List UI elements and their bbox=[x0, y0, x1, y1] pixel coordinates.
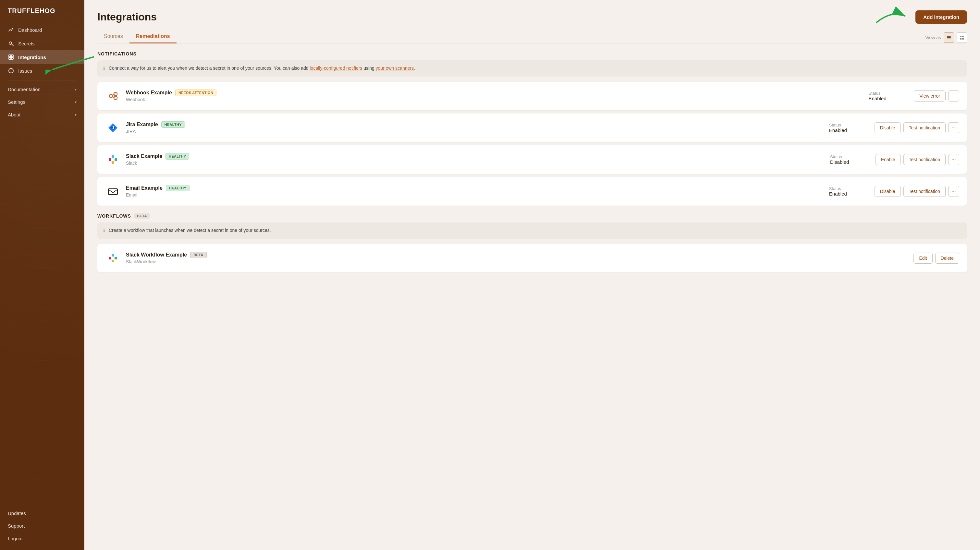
svg-rect-15 bbox=[962, 38, 964, 40]
sidebar-item-documentation[interactable]: Documentation ▾ bbox=[0, 83, 84, 96]
jira-status: Status Enabled bbox=[829, 123, 862, 133]
webhook-more-button[interactable]: ··· bbox=[948, 90, 959, 101]
tabs-divider bbox=[97, 43, 967, 43]
view-controls: View as bbox=[925, 32, 967, 43]
jira-disable-button[interactable]: Disable bbox=[875, 122, 901, 133]
sidebar-item-label: Secrets bbox=[18, 41, 35, 46]
slack-workflow-name: Slack Workflow Example bbox=[126, 252, 187, 258]
slack-workflow-actions: Edit Delete bbox=[913, 253, 959, 264]
slack-workflow-icon bbox=[105, 250, 121, 266]
slack-card: Slack Example HEALTHY Slack Status Disab… bbox=[97, 145, 967, 174]
svg-rect-11 bbox=[947, 39, 951, 39]
notifications-section-header: NOTIFICATIONS bbox=[97, 51, 967, 56]
sidebar-item-dashboard[interactable]: Dashboard bbox=[0, 23, 84, 36]
list-icon bbox=[946, 35, 951, 40]
sidebar-item-label: Dashboard bbox=[18, 27, 42, 33]
email-info: Email Example HEALTHY Email bbox=[126, 185, 824, 198]
jira-status-label: Status bbox=[829, 123, 862, 127]
slack-more-button[interactable]: ··· bbox=[948, 154, 959, 165]
svg-rect-14 bbox=[960, 38, 961, 40]
workflows-beta-badge: BETA bbox=[134, 213, 150, 219]
sidebar-item-label: Settings bbox=[8, 99, 25, 105]
svg-point-1 bbox=[9, 42, 12, 44]
email-more-button[interactable]: ··· bbox=[948, 186, 959, 197]
sidebar-item-label: Integrations bbox=[18, 54, 46, 60]
notifications-info-box: ℹ Connect a way for us to alert you when… bbox=[97, 60, 967, 76]
info-icon: ℹ bbox=[103, 65, 105, 72]
slack-actions: Enable Test notification ··· bbox=[875, 154, 959, 165]
email-badge: HEALTHY bbox=[166, 185, 189, 191]
issues-icon bbox=[8, 67, 14, 74]
slack-workflow-name-row: Slack Workflow Example BETA bbox=[126, 252, 908, 258]
locally-configured-notifiers-link[interactable]: locally-configured notifiers bbox=[310, 65, 362, 71]
email-card: Email Example HEALTHY Email Status Enabl… bbox=[97, 177, 967, 206]
slack-type: Slack bbox=[126, 160, 137, 166]
svg-rect-2 bbox=[9, 55, 11, 57]
workflows-title: WORKFLOWS bbox=[97, 213, 131, 219]
svg-rect-10 bbox=[947, 37, 951, 38]
email-type: Email bbox=[126, 192, 137, 198]
email-name: Email Example bbox=[126, 185, 162, 191]
svg-rect-4 bbox=[9, 57, 11, 59]
jira-more-button[interactable]: ··· bbox=[948, 122, 959, 133]
sidebar-item-updates[interactable]: Updates bbox=[0, 507, 84, 520]
slack-workflow-badge: BETA bbox=[190, 252, 206, 258]
slack-info: Slack Example HEALTHY Slack bbox=[126, 153, 825, 166]
slack-workflow-svg bbox=[107, 252, 119, 264]
jira-info: Jira Example HEALTHY JIRA bbox=[126, 121, 824, 134]
sidebar-item-settings[interactable]: Settings ▾ bbox=[0, 96, 84, 108]
sidebar-item-support[interactable]: Support bbox=[0, 520, 84, 532]
main-content: Integrations Add integration Sources Rem… bbox=[84, 0, 980, 550]
sidebar: TRUFFLEHOG Dashboard Secrets bbox=[0, 0, 84, 550]
svg-rect-27 bbox=[111, 254, 114, 257]
page-header: Integrations Add integration bbox=[97, 10, 967, 24]
slack-enable-button[interactable]: Enable bbox=[875, 154, 901, 165]
key-icon bbox=[8, 40, 14, 47]
your-own-scanners-link[interactable]: your own scanners bbox=[376, 65, 414, 71]
delete-workflow-button[interactable]: Delete bbox=[935, 253, 959, 264]
svg-rect-9 bbox=[947, 36, 951, 36]
sidebar-item-issues[interactable]: Issues bbox=[0, 64, 84, 78]
svg-rect-22 bbox=[111, 155, 114, 158]
sidebar-item-label: Support bbox=[8, 523, 25, 529]
sidebar-item-secrets[interactable]: Secrets bbox=[0, 36, 84, 50]
jira-svg: J bbox=[107, 122, 119, 134]
email-disable-button[interactable]: Disable bbox=[875, 186, 901, 197]
tabs-row: Sources Remediations View as bbox=[97, 24, 967, 43]
email-test-button[interactable]: Test notification bbox=[904, 186, 946, 197]
svg-point-19 bbox=[114, 96, 117, 100]
svg-text:J: J bbox=[111, 125, 114, 130]
sidebar-item-integrations[interactable]: Integrations bbox=[0, 50, 84, 64]
svg-rect-12 bbox=[960, 36, 961, 37]
email-svg bbox=[107, 185, 119, 197]
grid-view-button[interactable] bbox=[957, 32, 967, 43]
grid-view-icon bbox=[959, 35, 964, 40]
slack-status: Status Disabled bbox=[830, 154, 862, 165]
arrow-annotation bbox=[873, 6, 912, 26]
grid-icon bbox=[8, 54, 14, 60]
webhook-actions: View error ··· bbox=[914, 90, 959, 101]
svg-point-17 bbox=[109, 94, 113, 98]
slack-icon bbox=[105, 152, 121, 167]
main-nav: Dashboard Secrets Integrat bbox=[0, 21, 84, 504]
slack-badge: HEALTHY bbox=[165, 153, 189, 160]
notifications-title: NOTIFICATIONS bbox=[97, 51, 137, 56]
sidebar-item-about[interactable]: About ▾ bbox=[0, 108, 84, 121]
slack-test-button[interactable]: Test notification bbox=[904, 154, 946, 165]
view-error-button[interactable]: View error bbox=[914, 90, 946, 101]
webhook-status-value: Enabled bbox=[869, 96, 901, 101]
jira-actions: Disable Test notification ··· bbox=[875, 122, 959, 133]
arrow-annotation-2 bbox=[84, 54, 97, 79]
tab-sources[interactable]: Sources bbox=[97, 30, 129, 43]
sidebar-item-label: Documentation bbox=[8, 87, 41, 92]
top-bar-right: Add integration bbox=[915, 10, 967, 24]
sidebar-item-logout[interactable]: Logout bbox=[0, 532, 84, 545]
add-integration-button[interactable]: Add integration bbox=[915, 10, 967, 24]
webhook-name-row: Webhook Example NEEDS ATTENTION bbox=[126, 89, 863, 96]
edit-workflow-button[interactable]: Edit bbox=[913, 253, 932, 264]
sidebar-item-label: Logout bbox=[8, 536, 23, 541]
list-view-button[interactable] bbox=[943, 32, 954, 43]
tab-remediations[interactable]: Remediations bbox=[129, 30, 177, 43]
chevron-down-icon: ▾ bbox=[75, 100, 76, 105]
jira-test-button[interactable]: Test notification bbox=[904, 122, 946, 133]
